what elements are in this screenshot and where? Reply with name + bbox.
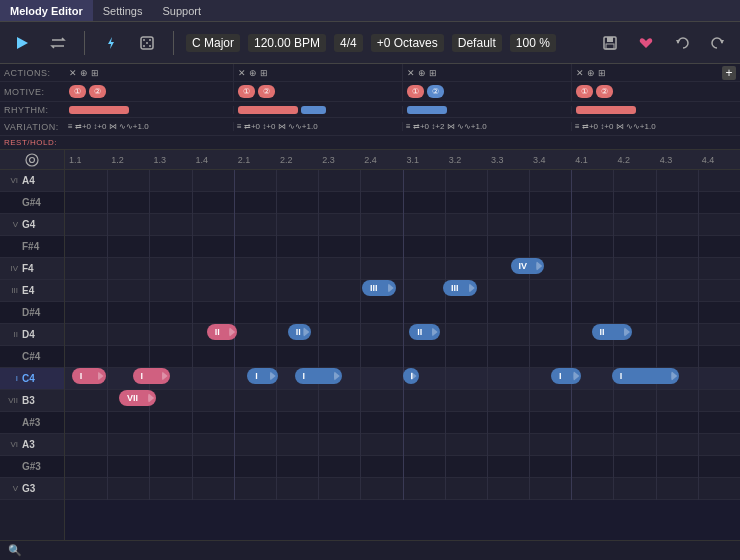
action-plus-1[interactable]: ⊕ xyxy=(80,68,88,78)
rhythm-bar-3[interactable] xyxy=(407,106,447,114)
variation-row: VARIATION: ≡ ⇄+0 ↕+0 ⋈ ∿∿+1.0 ≡ ⇄+0 ↕+0 … xyxy=(0,118,740,136)
note-D4-II-2[interactable]: II xyxy=(288,324,312,340)
action-plus-4[interactable]: ⊕ xyxy=(587,68,595,78)
grid-area: 1.1 1.2 1.3 1.4 2.1 2.2 2.3 2.4 3.1 3.2 … xyxy=(65,150,740,540)
menu-settings[interactable]: Settings xyxy=(93,0,153,21)
grid-inner: I I I I I I I VII II II xyxy=(65,170,740,500)
svg-point-5 xyxy=(146,42,148,44)
rhythm-bar-4[interactable] xyxy=(576,106,636,114)
action-x-2[interactable]: ✕ xyxy=(238,68,246,78)
motive-row: MOTIVE: ① ② ① ② ① ② ① ② xyxy=(0,82,740,102)
note-B3-VII[interactable]: VII xyxy=(119,390,156,406)
motive-pill-2a[interactable]: ① xyxy=(238,85,255,98)
motive-seg-2: ① ② xyxy=(234,82,403,101)
add-section-button[interactable]: + xyxy=(722,66,736,80)
menu-support[interactable]: Support xyxy=(152,0,211,21)
key-A3[interactable]: VI A3 xyxy=(0,434,64,456)
note-D4-II-4[interactable]: II xyxy=(592,324,633,340)
note-D4-II-3[interactable]: II xyxy=(409,324,439,340)
tick-2-2: 2.2 xyxy=(276,155,318,165)
key-G4[interactable]: V G4 xyxy=(0,214,64,236)
grid-row-G4 xyxy=(65,214,740,236)
timeline-ruler: 1.1 1.2 1.3 1.4 2.1 2.2 2.3 2.4 3.1 3.2 … xyxy=(65,150,740,169)
note-D4-II-1[interactable]: II xyxy=(207,324,237,340)
key-As3[interactable]: A#3 xyxy=(0,412,64,434)
timeline-header: 1.1 1.2 1.3 1.4 2.1 2.2 2.3 2.4 3.1 3.2 … xyxy=(65,150,740,170)
rhythm-content xyxy=(65,106,740,114)
key-Ds4[interactable]: D#4 xyxy=(0,302,64,324)
key-selector[interactable]: C Major xyxy=(186,34,240,52)
note-C4-I-6[interactable]: I xyxy=(551,368,581,384)
action-plus-3[interactable]: ⊕ xyxy=(418,68,426,78)
action-plus-2[interactable]: ⊕ xyxy=(249,68,257,78)
action-copy-4[interactable]: ⊞ xyxy=(598,68,606,78)
loop-button[interactable] xyxy=(44,31,72,55)
motive-pill-4a[interactable]: ① xyxy=(576,85,593,98)
key-D4[interactable]: II D4 xyxy=(0,324,64,346)
note-F4-IV[interactable]: IV xyxy=(511,258,545,274)
svg-marker-11 xyxy=(676,40,680,44)
action-x-3[interactable]: ✕ xyxy=(407,68,415,78)
motive-pill-1b[interactable]: ② xyxy=(89,85,106,98)
key-Gs4[interactable]: G#4 xyxy=(0,192,64,214)
key-G3[interactable]: V G3 xyxy=(0,478,64,500)
key-E4[interactable]: III E4 xyxy=(0,280,64,302)
key-A4[interactable]: VI A4 xyxy=(0,170,64,192)
tick-3-2: 3.2 xyxy=(445,155,487,165)
motive-pill-3b[interactable]: ② xyxy=(427,85,444,98)
action-x-4[interactable]: ✕ xyxy=(576,68,584,78)
key-Fs4[interactable]: F#4 xyxy=(0,236,64,258)
note-C4-I-1[interactable]: I xyxy=(72,368,106,384)
time-sig-selector[interactable]: 4/4 xyxy=(334,34,363,52)
action-copy-3[interactable]: ⊞ xyxy=(429,68,437,78)
rhythm-bar-2[interactable] xyxy=(238,106,298,114)
octaves-selector[interactable]: +0 Octaves xyxy=(371,34,444,52)
settings-icon[interactable] xyxy=(25,153,39,167)
piano-keys-header xyxy=(0,150,64,170)
bpm-selector[interactable]: 120.00 BPM xyxy=(248,34,326,52)
action-x-1[interactable]: ✕ xyxy=(69,68,77,78)
rhythm-bar-1[interactable] xyxy=(69,106,129,114)
toolbar: C Major 120.00 BPM 4/4 +0 Octaves Defaul… xyxy=(0,22,740,64)
preset-selector[interactable]: Default xyxy=(452,34,502,52)
key-B3[interactable]: VII B3 xyxy=(0,390,64,412)
rhythm-bar-2b[interactable] xyxy=(301,106,326,114)
actions-row: ACTIONS: ✕ ⊕ ⊞ ✕ ⊕ ⊞ ✕ ⊕ ⊞ ✕ xyxy=(0,64,740,82)
svg-point-6 xyxy=(143,45,145,47)
key-Cs4[interactable]: C#4 xyxy=(0,346,64,368)
save-button[interactable] xyxy=(596,31,624,55)
note-C4-I-5[interactable]: I xyxy=(403,368,419,384)
motive-pill-3a[interactable]: ① xyxy=(407,85,424,98)
grid-row-As3 xyxy=(65,412,740,434)
note-E4-III-1[interactable]: III xyxy=(362,280,396,296)
action-copy-1[interactable]: ⊞ xyxy=(91,68,99,78)
motive-pill-2b[interactable]: ② xyxy=(258,85,275,98)
motive-pill-4b[interactable]: ② xyxy=(596,85,613,98)
generate-button[interactable] xyxy=(97,31,125,55)
motive-pill-1a[interactable]: ① xyxy=(69,85,86,98)
grid-row-B3 xyxy=(65,390,740,412)
note-C4-I-2[interactable]: I xyxy=(133,368,170,384)
favorite-button[interactable] xyxy=(632,31,660,55)
play-button[interactable] xyxy=(8,31,36,55)
zoom-selector[interactable]: 100 % xyxy=(510,34,556,52)
note-C4-I-7[interactable]: I xyxy=(612,368,680,384)
tick-3-3: 3.3 xyxy=(487,155,529,165)
randomize-button[interactable] xyxy=(133,31,161,55)
key-C4[interactable]: I C4 xyxy=(0,368,64,390)
note-C4-I-3[interactable]: I xyxy=(247,368,277,384)
zoom-icon[interactable]: 🔍 xyxy=(8,544,22,557)
note-C4-I-4[interactable]: I xyxy=(295,368,342,384)
note-E4-III-2[interactable]: III xyxy=(443,280,477,296)
redo-button[interactable] xyxy=(704,31,732,55)
key-F4[interactable]: IV F4 xyxy=(0,258,64,280)
actions-content: ✕ ⊕ ⊞ ✕ ⊕ ⊞ ✕ ⊕ ⊞ ✕ ⊕ ⊞ xyxy=(65,64,740,81)
key-Gs3[interactable]: G#3 xyxy=(0,456,64,478)
action-copy-2[interactable]: ⊞ xyxy=(260,68,268,78)
note-grid[interactable]: I I I I I I I VII II II xyxy=(65,170,740,540)
undo-button[interactable] xyxy=(668,31,696,55)
action-seg-2: ✕ ⊕ ⊞ xyxy=(234,64,403,81)
variation-label: VARIATION: xyxy=(0,122,65,132)
tick-3-4: 3.4 xyxy=(529,155,571,165)
sequencer-rows: ACTIONS: ✕ ⊕ ⊞ ✕ ⊕ ⊞ ✕ ⊕ ⊞ ✕ xyxy=(0,64,740,150)
